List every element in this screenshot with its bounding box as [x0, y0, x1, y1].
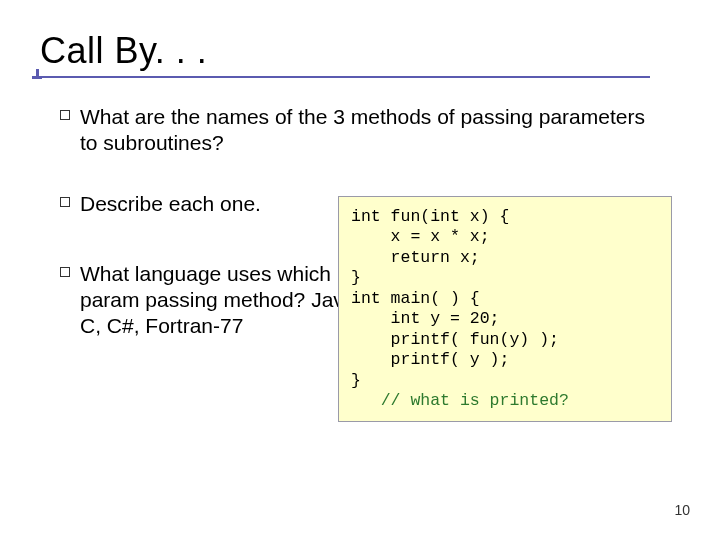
- code-box: int fun(int x) { x = x * x; return x; } …: [338, 196, 672, 422]
- code-line: int main( ) {: [351, 289, 480, 308]
- bullet-q1: What are the names of the 3 methods of p…: [60, 104, 660, 157]
- page-title: Call By. . .: [40, 30, 207, 72]
- code-line: x = x * x;: [351, 227, 490, 246]
- square-bullet-icon: [60, 110, 70, 120]
- code-line: }: [351, 371, 361, 390]
- code-line: printf( fun(y) );: [351, 330, 559, 349]
- bullet-text: What language uses which param passing m…: [80, 261, 380, 340]
- bullet-text: What are the names of the 3 methods of p…: [80, 104, 660, 157]
- code-line: }: [351, 268, 361, 287]
- slide: Call By. . . What are the names of the 3…: [0, 0, 720, 540]
- code-line: int y = 20;: [351, 309, 500, 328]
- square-bullet-icon: [60, 267, 70, 277]
- code-line: return x;: [351, 248, 480, 267]
- code-comment: // what is printed?: [351, 391, 569, 410]
- title-underline: [40, 76, 650, 78]
- title-wrap: Call By. . .: [40, 30, 207, 72]
- square-bullet-icon: [60, 197, 70, 207]
- page-number: 10: [674, 502, 690, 518]
- code-line: int fun(int x) {: [351, 207, 509, 226]
- code-line: printf( y );: [351, 350, 509, 369]
- bullet-text: Describe each one.: [80, 191, 261, 217]
